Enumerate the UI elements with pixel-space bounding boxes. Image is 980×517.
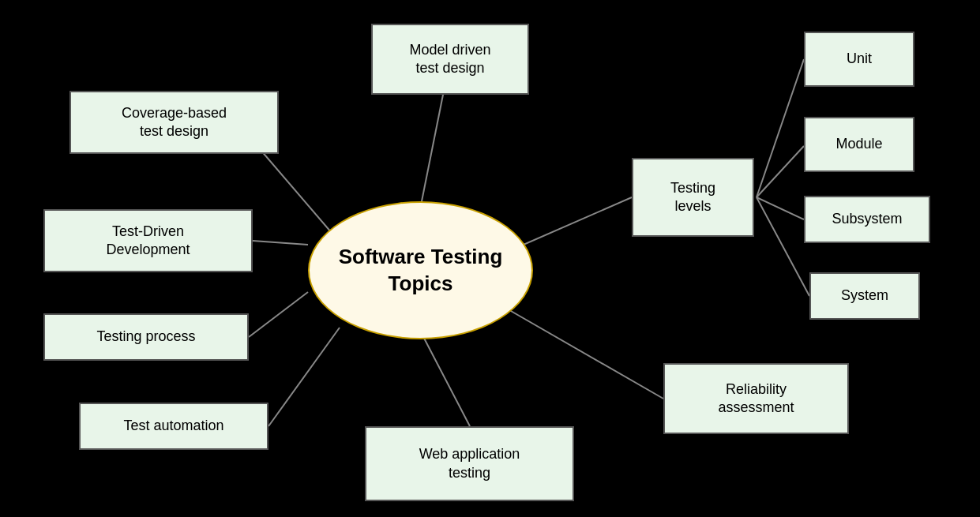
svg-line-11: [757, 197, 809, 296]
svg-line-8: [757, 59, 804, 197]
svg-line-6: [505, 308, 663, 399]
center-node: Software Testing Topics: [308, 201, 533, 339]
module-node: Module: [804, 117, 914, 172]
subsystem-label: Subsystem: [832, 210, 902, 228]
reliability-label: Reliability assessment: [718, 380, 794, 418]
svg-line-2: [253, 241, 308, 245]
tdd-node: Test-Driven Development: [43, 209, 253, 272]
testing-levels-label: Testing levels: [670, 179, 715, 216]
svg-line-4: [268, 328, 340, 426]
reliability-node: Reliability assessment: [663, 363, 849, 434]
svg-line-9: [757, 146, 804, 197]
module-label: Module: [835, 135, 882, 153]
web-app-testing-node: Web application testing: [365, 426, 574, 501]
testing-process-label: Testing process: [96, 328, 195, 346]
web-app-testing-label: Web application testing: [419, 445, 520, 482]
system-node: System: [809, 272, 920, 320]
model-driven-node: Model driven test design: [371, 24, 529, 95]
mind-map-canvas: Software Testing Topics Model driven tes…: [0, 0, 980, 517]
testing-levels-node: Testing levels: [632, 158, 754, 237]
tdd-label: Test-Driven Development: [106, 223, 190, 260]
center-node-label: Software Testing Topics: [339, 244, 503, 298]
subsystem-node: Subsystem: [804, 196, 930, 243]
unit-node: Unit: [804, 32, 914, 87]
testing-process-node: Testing process: [43, 313, 249, 361]
svg-line-5: [419, 328, 470, 426]
model-driven-label: Model driven test design: [409, 41, 490, 78]
unit-label: Unit: [847, 50, 872, 68]
test-automation-label: Test automation: [123, 417, 223, 435]
coverage-based-label: Coverage-based test design: [122, 104, 227, 141]
test-automation-node: Test automation: [79, 403, 268, 450]
svg-line-10: [757, 197, 804, 219]
coverage-based-node: Coverage-based test design: [69, 91, 279, 154]
system-label: System: [841, 287, 888, 305]
svg-line-3: [249, 292, 308, 337]
